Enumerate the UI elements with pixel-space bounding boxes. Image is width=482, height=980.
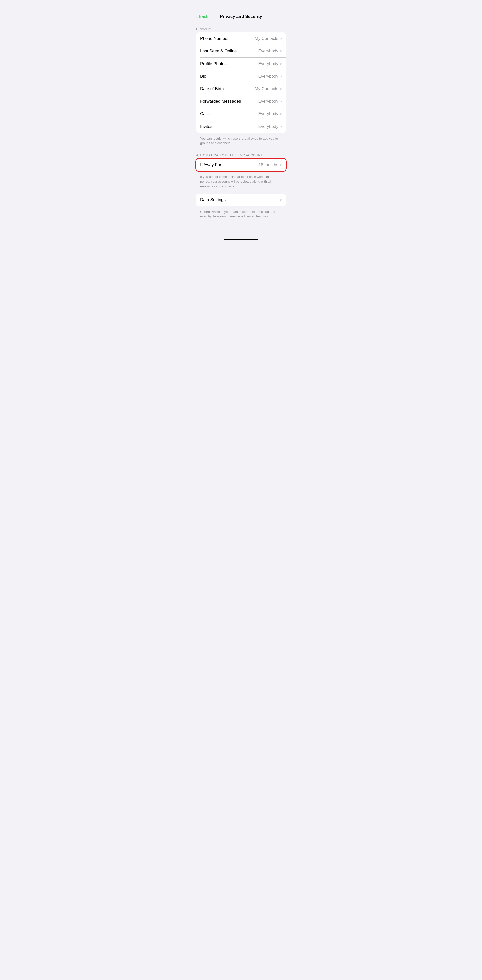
calls-value-container: Everybody > (258, 111, 282, 116)
home-indicator-bar (224, 239, 258, 240)
data-settings-label: Data Settings (200, 197, 226, 202)
phone-number-chevron-icon: > (280, 37, 282, 41)
if-away-for-value: 18 months (258, 162, 278, 167)
date-of-birth-value-container: My Contacts > (255, 86, 282, 91)
bio-value-container: Everybody > (258, 74, 282, 79)
invites-row[interactable]: Invites Everybody > (196, 120, 286, 133)
status-bar (192, 0, 290, 11)
invites-label: Invites (200, 124, 212, 129)
profile-photos-row[interactable]: Profile Photos Everybody > (196, 57, 286, 70)
profile-photos-chevron-icon: > (280, 62, 282, 66)
calls-row[interactable]: Calls Everybody > (196, 108, 286, 120)
calls-chevron-icon: > (280, 112, 282, 116)
profile-photos-label: Profile Photos (200, 61, 227, 66)
back-label: Back (199, 14, 208, 19)
last-seen-value-container: Everybody > (258, 49, 282, 54)
data-settings-value-container: > (280, 198, 282, 202)
bio-label: Bio (200, 74, 206, 79)
profile-photos-value: Everybody (258, 61, 278, 66)
home-indicator (192, 234, 290, 242)
last-seen-label: Last Seen & Online (200, 49, 237, 54)
if-away-for-label: If Away For (200, 162, 221, 167)
profile-photos-value-container: Everybody > (258, 61, 282, 66)
last-seen-value: Everybody (258, 49, 278, 54)
last-seen-chevron-icon: > (280, 49, 282, 53)
back-chevron-icon: ‹ (196, 14, 198, 19)
phone-number-label: Phone Number (200, 36, 229, 41)
forwarded-messages-value-container: Everybody > (258, 99, 282, 104)
phone-number-value: My Contacts (255, 36, 278, 41)
page-title: Privacy and Security (220, 14, 262, 19)
data-settings-section-footer: Control which of your data is stored in … (192, 208, 290, 224)
auto-delete-section-header: AUTOMATICALLY DELETE MY ACCOUNT (192, 153, 290, 159)
phone-number-value-container: My Contacts > (255, 36, 282, 41)
if-away-for-row[interactable]: If Away For 18 months > (196, 159, 286, 171)
bio-row[interactable]: Bio Everybody > (196, 70, 286, 83)
privacy-section-header: PRIVACY (192, 27, 290, 32)
back-button[interactable]: ‹ Back (196, 14, 208, 19)
if-away-for-chevron-icon: > (280, 163, 282, 167)
data-settings-group: Data Settings > (196, 194, 286, 206)
forwarded-messages-chevron-icon: > (280, 99, 282, 103)
last-seen-row[interactable]: Last Seen & Online Everybody > (196, 45, 286, 57)
date-of-birth-chevron-icon: > (280, 87, 282, 91)
nav-bar: ‹ Back Privacy and Security (192, 11, 290, 22)
privacy-section-footer: You can restrict which users are allowed… (192, 135, 290, 150)
forwarded-messages-label: Forwarded Messages (200, 99, 241, 104)
date-of-birth-row[interactable]: Date of Birth My Contacts > (196, 83, 286, 95)
phone-number-row[interactable]: Phone Number My Contacts > (196, 32, 286, 45)
data-settings-chevron-icon: > (280, 198, 282, 202)
forwarded-messages-value: Everybody (258, 99, 278, 104)
bio-chevron-icon: > (280, 74, 282, 78)
invites-value: Everybody (258, 124, 278, 129)
content: PRIVACY Phone Number My Contacts > Last … (192, 22, 290, 234)
if-away-for-value-container: 18 months > (258, 162, 282, 167)
calls-label: Calls (200, 111, 210, 116)
data-settings-row[interactable]: Data Settings > (196, 194, 286, 206)
bio-value: Everybody (258, 74, 278, 79)
privacy-settings-group: Phone Number My Contacts > Last Seen & O… (196, 32, 286, 133)
calls-value: Everybody (258, 111, 278, 116)
auto-delete-section-footer: If you do not come online at least once … (192, 173, 290, 194)
invites-chevron-icon: > (280, 124, 282, 129)
invites-value-container: Everybody > (258, 124, 282, 129)
forwarded-messages-row[interactable]: Forwarded Messages Everybody > (196, 95, 286, 108)
date-of-birth-label: Date of Birth (200, 86, 224, 91)
auto-delete-settings-group: If Away For 18 months > (196, 159, 286, 171)
date-of-birth-value: My Contacts (255, 86, 278, 91)
